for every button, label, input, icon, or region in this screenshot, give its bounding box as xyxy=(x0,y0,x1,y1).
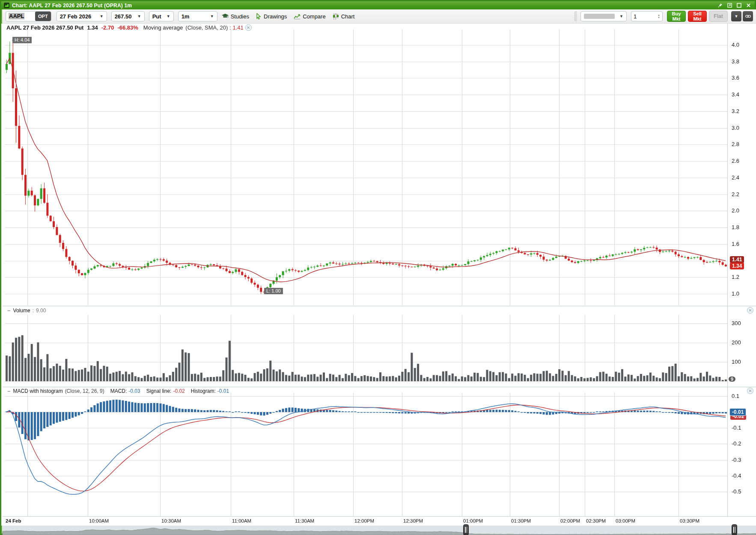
remove-study-icon[interactable]: ✕ xyxy=(245,24,252,31)
volume-pane-header: − Volume : 9.00 xyxy=(7,307,46,314)
price-pane-header: AAPL 27 Feb 2026 267.50 Put 1.34 -2.70 -… xyxy=(6,24,252,31)
close-volume-pane-icon[interactable]: ✕ xyxy=(747,307,753,314)
sma-axis-badge: 1.41 xyxy=(730,256,744,263)
macd-axis-label: -0.2 xyxy=(732,440,741,447)
price-axis-label: 1.8 xyxy=(732,224,739,230)
session-date-label: 24 Feb xyxy=(6,518,21,523)
price-axis-label: 3.6 xyxy=(732,75,739,81)
time-axis-label: 12:30PM xyxy=(403,518,423,523)
price-axis-label: 1.6 xyxy=(732,241,739,247)
price-axis-label: 3.0 xyxy=(732,125,739,131)
price-axis-label: 1.0 xyxy=(732,290,739,297)
time-axis-label: 10:30AM xyxy=(161,518,181,523)
chart-window: Chart: AAPL 27 Feb 2026 267.50 Put (OPRA… xyxy=(0,0,756,535)
macd-params: (Close, 12, 26, 9) xyxy=(65,388,104,394)
macd-value: -0.03 xyxy=(128,388,140,394)
signal-value: -0.02 xyxy=(173,388,185,394)
volume-axis-label: 100 xyxy=(732,359,741,365)
volume-axis-badge: 9 xyxy=(729,377,735,382)
time-axis-label: 03:00PM xyxy=(616,518,635,523)
close-macd-pane-icon[interactable]: ✕ xyxy=(747,388,753,394)
volume-value: 9.00 xyxy=(36,308,46,314)
price-axis-label: 2.8 xyxy=(732,141,739,147)
time-axis-label: 11:00AM xyxy=(232,518,251,523)
macd-axis-label: -0.4 xyxy=(732,472,741,479)
price-axis-label: 2.4 xyxy=(732,174,739,181)
price-axis-label: 3.4 xyxy=(732,91,739,98)
last-price-axis-badge: 1.34 xyxy=(730,263,744,269)
study-params: (Close, SMA, 20) : xyxy=(185,24,231,31)
contract-title: AAPL 27 Feb 2026 267.50 Put xyxy=(6,24,83,31)
navigator-left-handle[interactable] xyxy=(463,524,469,535)
navigator-right-handle[interactable] xyxy=(732,524,737,535)
price-axis-label: 2.2 xyxy=(732,191,739,197)
last-price: 1.34 xyxy=(87,24,98,31)
time-axis-label: 11:30AM xyxy=(295,518,314,523)
session-high-marker: H: 4.04 xyxy=(12,37,32,43)
time-axis-label: 03:30PM xyxy=(680,518,699,523)
time-axis-label: 10:00AM xyxy=(89,518,109,523)
signal-label: Signal line: xyxy=(146,388,172,394)
time-axis-label: 02:00PM xyxy=(560,518,580,523)
time-axis-label: 01:00PM xyxy=(463,518,483,523)
chart-plot-area[interactable] xyxy=(1,1,756,535)
price-axis-label: 2.6 xyxy=(732,158,739,164)
study-value: 1.41 xyxy=(233,24,244,31)
macd-pane-header: − MACD with histogram (Close, 12, 26, 9)… xyxy=(7,388,229,395)
macd-axis-label: 0.1 xyxy=(732,393,739,399)
histogram-label: Histogram: xyxy=(191,388,216,394)
macd-axis-label: -0.1 xyxy=(732,424,741,431)
time-axis-label: 12:00PM xyxy=(354,518,374,523)
session-low-marker: L: 1.00 xyxy=(264,288,283,294)
collapse-volume-toggle[interactable]: − xyxy=(7,308,11,314)
price-change-pct: -66.83% xyxy=(117,24,138,31)
price-axis-label: 3.2 xyxy=(732,108,739,114)
price-axis-label: 1.2 xyxy=(732,274,739,280)
time-axis-label: 01:30PM xyxy=(511,518,531,523)
histogram-value: -0.01 xyxy=(217,388,229,394)
macd-label: MACD: xyxy=(110,388,127,394)
price-axis-label: 2.0 xyxy=(732,207,739,214)
time-navigator[interactable] xyxy=(1,526,756,535)
price-axis-label: 3.8 xyxy=(732,58,739,65)
volume-axis-label: 300 xyxy=(732,320,741,326)
time-axis-label: 02:30PM xyxy=(586,518,606,523)
volume-label: Volume xyxy=(13,308,30,314)
study-label: Moving average xyxy=(143,24,183,31)
macd-axis-badge: -0.01 xyxy=(729,408,746,416)
volume-axis-label: 200 xyxy=(732,339,741,346)
collapse-macd-toggle[interactable]: − xyxy=(7,388,11,395)
macd-title: MACD with histogram xyxy=(13,388,63,394)
price-change: -2.70 xyxy=(101,24,114,31)
price-axis-label: 4.0 xyxy=(732,42,739,48)
macd-axis-label: -0.3 xyxy=(732,457,741,463)
macd-axis-label: -0.5 xyxy=(732,488,741,495)
